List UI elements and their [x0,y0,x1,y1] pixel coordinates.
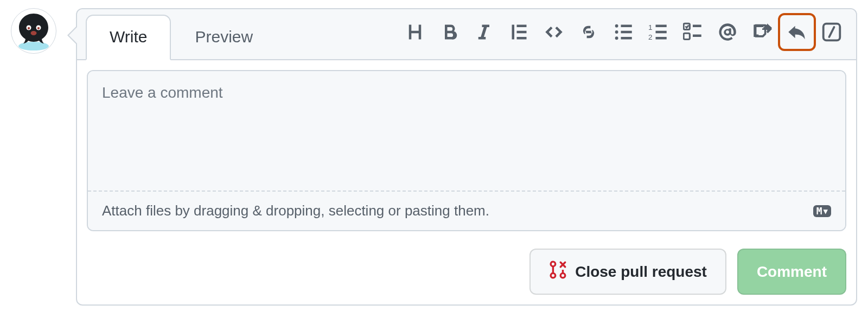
svg-point-6 [615,24,618,28]
heading-icon[interactable] [401,18,429,46]
slash-commands-icon[interactable] [818,18,845,46]
code-icon[interactable] [540,18,567,46]
cross-reference-icon[interactable] [749,18,776,46]
svg-point-4 [37,27,40,29]
svg-point-0 [18,42,49,50]
attach-hint-text: Attach files by dragging & dropping, sel… [102,202,489,219]
tab-preview[interactable]: Preview [171,15,277,60]
task-list-icon[interactable] [679,18,706,46]
comment-label: Comment [757,263,827,281]
link-icon[interactable] [575,18,602,46]
svg-point-14 [551,262,556,266]
close-pull-request-button[interactable]: Close pull request [529,249,726,295]
close-pr-label: Close pull request [575,263,707,281]
ordered-list-icon[interactable]: 12 [644,18,672,46]
svg-text:1: 1 [648,23,653,31]
git-pull-request-closed-icon [549,261,567,283]
quote-icon[interactable] [506,18,533,46]
tab-write[interactable]: Write [86,15,171,60]
comment-box: Write Preview [76,8,857,306]
svg-text:2: 2 [648,33,653,41]
action-bar: Close pull request Comment [87,249,846,295]
svg-point-8 [615,36,618,40]
comment-button[interactable]: Comment [737,249,846,295]
svg-point-7 [615,30,618,34]
reply-icon[interactable] [783,18,810,46]
unordered-list-icon[interactable] [610,18,637,46]
svg-rect-12 [684,33,690,39]
bold-icon[interactable] [436,18,463,46]
svg-point-15 [551,273,556,278]
markdown-icon[interactable]: M▼ [813,205,831,217]
svg-point-16 [560,273,565,278]
comment-field-wrap: Attach files by dragging & dropping, sel… [87,70,846,231]
comment-textarea[interactable] [88,71,845,188]
italic-icon[interactable] [471,18,498,46]
svg-point-5 [31,31,37,35]
svg-point-3 [28,27,30,29]
tab-bar: Write Preview [77,9,856,60]
formatting-toolbar: 12 [401,18,847,55]
avatar[interactable] [11,8,56,54]
attach-hint[interactable]: Attach files by dragging & dropping, sel… [88,191,845,230]
mention-icon[interactable] [714,18,741,46]
